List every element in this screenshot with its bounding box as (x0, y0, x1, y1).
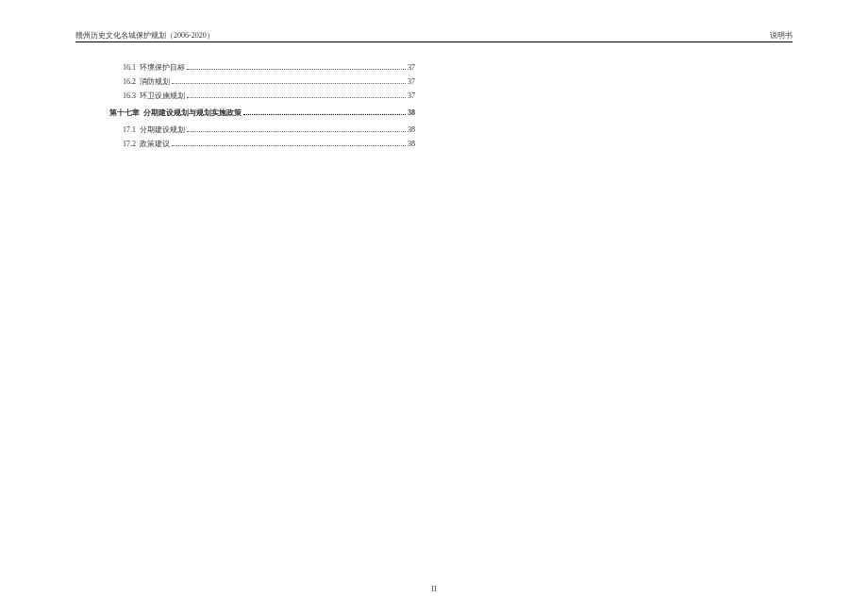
toc-entry: 17.2 政策建议 38 (123, 139, 415, 150)
toc-page: 37 (408, 91, 415, 102)
header-title-left: 赣州历史文化名城保护规划（2006-2020） (75, 30, 214, 41)
toc-leader (172, 83, 406, 84)
page-header: 赣州历史文化名城保护规划（2006-2020） 说明书 (75, 30, 793, 41)
toc-text: 政策建议 (140, 139, 170, 150)
header-rule (75, 41, 793, 42)
toc-page: 37 (408, 76, 415, 88)
toc-page: 38 (408, 108, 415, 119)
header-title-right: 说明书 (770, 30, 793, 41)
toc-content: 16.1 环境保护目标 37 16.2 消防规划 37 16.3 环卫设施规划 … (123, 62, 415, 153)
toc-number: 17.1 (123, 124, 136, 136)
toc-number: 16.2 (123, 76, 136, 88)
toc-entry: 16.1 环境保护目标 37 (123, 62, 415, 74)
toc-text: 环卫设施规划 (140, 91, 185, 102)
toc-number: 17.2 (123, 139, 136, 150)
toc-text: 分期建设规划 (140, 124, 185, 136)
toc-text: 分期建设规划与规划实施政策 (143, 108, 242, 119)
toc-leader (187, 131, 406, 132)
toc-number: 第十七章 (109, 108, 140, 119)
toc-leader (172, 145, 406, 146)
toc-chapter: 第十七章 分期建设规划与规划实施政策 38 (109, 108, 415, 119)
toc-entry: 16.2 消防规划 37 (123, 76, 415, 88)
toc-number: 16.1 (123, 62, 136, 74)
page-footer: II (0, 585, 868, 593)
toc-page: 38 (408, 139, 415, 150)
toc-text: 消防规划 (140, 76, 170, 88)
toc-leader (243, 114, 406, 115)
toc-entry: 17.1 分期建设规划 38 (123, 124, 415, 136)
toc-page: 37 (408, 62, 415, 74)
toc-leader (187, 97, 406, 98)
toc-text: 环境保护目标 (140, 62, 185, 74)
toc-entry: 16.3 环卫设施规划 37 (123, 91, 415, 102)
page-number: II (431, 585, 436, 593)
toc-page: 38 (408, 124, 415, 136)
toc-number: 16.3 (123, 91, 136, 102)
toc-leader (187, 69, 406, 70)
